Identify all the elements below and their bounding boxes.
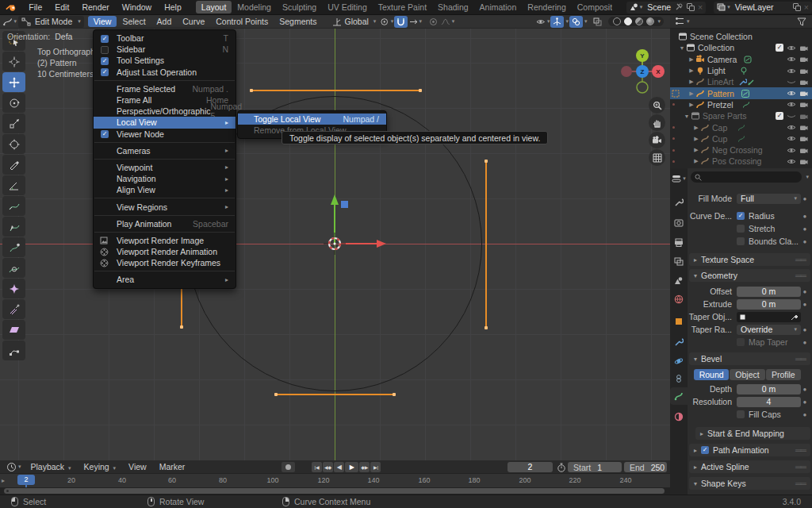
camera-view-button[interactable] — [649, 132, 665, 148]
eye-open-icon[interactable] — [787, 90, 796, 97]
tool-scale[interactable] — [2, 114, 25, 133]
collection-checkbox[interactable]: ✓ — [776, 112, 783, 120]
camera-visibility-icon[interactable] — [799, 56, 808, 63]
bevel-profile-button[interactable]: Profile — [766, 369, 801, 380]
menu-playback[interactable]: Playback ▾ — [25, 462, 78, 471]
eye-open-icon[interactable] — [787, 158, 796, 165]
camera-visibility-icon[interactable] — [799, 124, 808, 131]
menu-edit[interactable]: Edit — [48, 2, 75, 12]
tab-sculpting[interactable]: Sculpting — [277, 1, 322, 13]
camera-visibility-icon[interactable] — [799, 147, 808, 154]
panel-bevel[interactable]: ▾Bevel══ — [689, 352, 810, 365]
auto-keying-button[interactable] — [282, 462, 295, 472]
menuitem-viewpoint[interactable]: Viewpoint▸ — [94, 162, 236, 173]
collection-checkbox[interactable]: ✓ — [776, 44, 783, 52]
orientation-setting-value[interactable]: Defa — [55, 32, 72, 41]
disclosure-closed-icon[interactable]: ▶ — [692, 125, 700, 131]
prev-keyframe-button[interactable]: ◀◆ — [323, 462, 333, 472]
pivot-point-dropdown[interactable]: ▾ — [380, 16, 393, 28]
tab-modeling[interactable]: Modeling — [232, 1, 277, 13]
bounds-clamp-checkbox[interactable] — [737, 237, 745, 245]
menu-view[interactable]: View — [88, 16, 117, 27]
animate-dot[interactable]: ● — [801, 411, 809, 418]
taper-object-field[interactable] — [737, 312, 801, 322]
tab-shading[interactable]: Shading — [432, 1, 474, 13]
menuitem-toolbar[interactable]: ✓ToolbarT — [94, 33, 236, 44]
tool-rotate[interactable] — [2, 93, 25, 113]
eye-open-icon[interactable] — [787, 135, 796, 142]
playhead[interactable]: 2 — [17, 475, 35, 485]
tool-curve-pen[interactable] — [2, 217, 25, 237]
outliner-row-light[interactable]: ▶ Light — [670, 65, 812, 76]
menu-file[interactable]: File — [22, 2, 48, 12]
tool-tilt[interactable] — [2, 237, 25, 257]
tab-rendering[interactable]: Rendering — [522, 1, 571, 13]
bevel-object-button[interactable]: Object — [730, 369, 764, 380]
menuitem-perspective-orthographic[interactable]: Perspective/OrthographicNumpad 5 — [94, 106, 236, 117]
tool-randomize[interactable] — [2, 279, 25, 298]
properties-search-input[interactable] — [691, 171, 802, 183]
extrude-field[interactable]: 0 m — [737, 299, 801, 310]
orthographic-toggle-button[interactable] — [649, 149, 665, 166]
menu-help[interactable]: Help — [158, 2, 188, 12]
blender-logo-icon[interactable] — [6, 3, 16, 12]
mode-dropdown[interactable]: Edit Mode ▾ — [18, 16, 84, 28]
viewlayer-selector[interactable]: ▾ ViewLayer × — [714, 2, 812, 13]
next-keyframe-button[interactable]: ◆▶ — [359, 462, 370, 472]
control-point[interactable] — [485, 326, 488, 329]
editor-properties-icon[interactable]: ▾ — [670, 170, 688, 187]
tool-draw[interactable] — [2, 196, 25, 216]
xray-toggle[interactable] — [591, 16, 604, 28]
tab-view-layer[interactable] — [670, 252, 688, 270]
editor-outliner-icon[interactable] — [675, 17, 685, 26]
resolution-field[interactable]: 4 — [737, 397, 801, 407]
tab-material[interactable] — [670, 408, 688, 425]
menuitem-frame-selected[interactable]: Frame SelectedNumpad . — [94, 83, 236, 94]
menu-select[interactable]: Select — [117, 16, 151, 27]
tab-texture-paint[interactable]: Texture Paint — [373, 1, 432, 13]
eye-open-icon[interactable] — [787, 67, 796, 75]
eye-open-icon[interactable] — [787, 56, 796, 63]
shading-wireframe-button[interactable] — [613, 17, 621, 25]
outliner-row-neg-crossing[interactable]: ▶ Neg Crossing — [670, 144, 812, 156]
menuitem-viewer-node[interactable]: ✓Viewer Node — [94, 129, 236, 140]
outliner-row-spare-parts[interactable]: ▼ Spare Parts ✓ — [670, 110, 812, 121]
tab-modifiers[interactable] — [670, 333, 688, 351]
camera-visibility-icon[interactable] — [799, 158, 808, 165]
region-toggle-icon[interactable]: ▸ — [2, 477, 5, 484]
play-button[interactable]: ▶ — [345, 462, 358, 472]
panel-texture-space[interactable]: ▸Texture Space══ — [689, 253, 810, 266]
menu-view-timeline[interactable]: View — [122, 462, 153, 471]
panel-active-spline[interactable]: ▸Active Spline══ — [689, 460, 810, 473]
show-object-types-dropdown[interactable]: ▾ — [536, 16, 550, 28]
animate-dot[interactable]: ● — [801, 339, 809, 346]
panel-shape-keys[interactable]: ▾Shape Keys══ — [689, 477, 810, 490]
path-animation-checkbox[interactable]: ✓ — [701, 446, 709, 454]
scrollbar-thumb[interactable] — [4, 488, 665, 494]
pan-button[interactable] — [649, 114, 665, 131]
tab-uv-editing[interactable]: UV Editing — [322, 1, 373, 13]
tool-extrude[interactable] — [2, 299, 25, 319]
gizmos-toggle[interactable] — [550, 16, 564, 28]
map-taper-checkbox[interactable] — [737, 338, 745, 346]
camera-visibility-icon[interactable] — [799, 67, 808, 75]
disclosure-closed-icon[interactable]: ▶ — [692, 136, 700, 142]
menuitem-local-view[interactable]: Local View▸ — [94, 117, 236, 128]
menuitem-cameras[interactable]: Cameras▸ — [94, 145, 236, 156]
tab-constraints[interactable] — [670, 370, 688, 387]
fill-caps-checkbox[interactable] — [737, 410, 745, 418]
camera-visibility-icon[interactable] — [799, 113, 808, 120]
offset-field[interactable]: 0 m — [737, 287, 801, 297]
tab-animation[interactable]: Animation — [474, 1, 523, 13]
close-icon[interactable]: × — [698, 2, 703, 12]
tool-cursor[interactable] — [2, 52, 25, 71]
editor-timeline-icon[interactable] — [6, 462, 17, 472]
disclosure-closed-icon[interactable]: ▶ — [688, 67, 695, 74]
animate-dot[interactable]: ● — [801, 288, 809, 295]
current-frame-field[interactable]: 2 — [508, 462, 553, 472]
bevel-round-button[interactable]: Round — [694, 369, 729, 380]
snap-settings-dropdown[interactable]: ▾ — [408, 16, 422, 28]
tool-annotate[interactable] — [2, 155, 25, 175]
outliner-row-pretzel[interactable]: ▶ Pretzel — [670, 99, 812, 110]
new-layer-icon[interactable] — [793, 3, 801, 11]
